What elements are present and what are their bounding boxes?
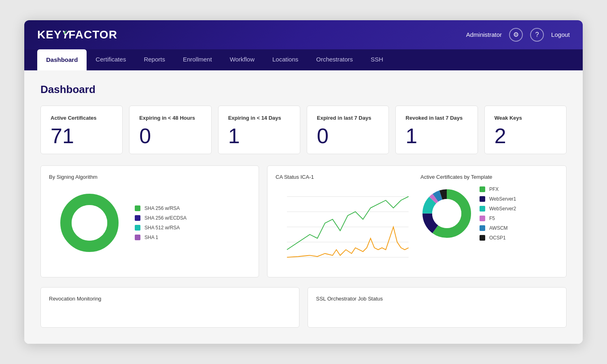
legend-dot-sha1 (135, 235, 140, 240)
top-bar: KEYY✓FACTOR Administrator ⚙ ? Logout (24, 20, 583, 49)
nav-item-ssh[interactable]: SSH (362, 49, 392, 70)
logo-text: KEYY✓FACTOR (37, 28, 117, 41)
ca-status-title: CA Status ICA-1 (276, 174, 412, 180)
stat-value-weakkeys: 2 (495, 125, 556, 146)
stat-value-expired7: 0 (317, 125, 379, 146)
stat-card-weakkeys: Weak Keys 2 (484, 106, 567, 154)
signing-algo-title: By Signing Algorithm (49, 174, 250, 180)
nav-item-reports[interactable]: Reports (135, 49, 174, 70)
stat-card-expiring48: Expiring in < 48 Hours 0 (129, 106, 211, 154)
right-chart-inner: CA Status ICA-1 (276, 174, 558, 269)
legend-label-sha512rsa: SHA 512 w/RSA (144, 225, 180, 231)
stat-label-weakkeys: Weak Keys (495, 115, 556, 122)
help-icon[interactable]: ? (530, 28, 544, 42)
logout-button[interactable]: Logout (551, 31, 570, 38)
donut-container: SHA 256 w/RSA SHA 256 w/ECDSA SHA 512 w/… (49, 186, 250, 259)
signing-algo-panel: By Signing Algorithm (40, 165, 259, 277)
stat-card-revoked7: Revoked in last 7 Days 1 (395, 106, 478, 154)
legend-label-f5: F5 (489, 216, 495, 221)
legend-sha512rsa: SHA 512 w/RSA (135, 225, 187, 231)
legend-webserver2: WebServer2 (480, 206, 516, 212)
legend-sha1: SHA 1 (135, 235, 187, 240)
top-bar-right: Administrator ⚙ ? Logout (466, 28, 570, 42)
nav-item-locations[interactable]: Locations (263, 49, 307, 70)
legend-dot-pfx (480, 186, 485, 192)
legend-label-webserver1: WebServer1 (489, 196, 516, 202)
main-content: Dashboard Active Certificates 71 Expirin… (24, 70, 583, 344)
stat-value-expiring48: 0 (139, 125, 201, 146)
nav-item-orchestrators[interactable]: Orchestrators (307, 49, 362, 70)
legend-dot-webserver1 (480, 196, 485, 202)
page-title: Dashboard (40, 83, 567, 96)
legend-f5: F5 (480, 216, 516, 221)
stat-label-active: Active Certificates (51, 115, 112, 122)
logo: KEYY✓FACTOR (37, 28, 117, 41)
stat-value-revoked7: 1 (405, 125, 467, 146)
legend-ocsp1: OCSP1 (480, 235, 516, 241)
legend-dot-awscm (480, 225, 485, 231)
legend-dot-ocsp1 (480, 235, 485, 241)
legend-webserver1: WebServer1 (480, 196, 516, 202)
stat-value-active: 71 (51, 125, 112, 146)
admin-label: Administrator (466, 31, 502, 38)
legend-label-sha256rsa: SHA 256 w/RSA (144, 205, 180, 211)
stat-label-expiring14: Expiring in < 14 Days (228, 115, 290, 122)
legend-label-sha256ecdsa: SHA 256 w/ECDSA (144, 215, 187, 221)
revocation-panel: Revocation Monitoring (40, 287, 299, 328)
legend-label-webserver2: WebServer2 (489, 206, 516, 212)
stat-cards-row: Active Certificates 71 Expiring in < 48 … (40, 106, 567, 154)
legend-label-pfx: PFX (489, 186, 499, 192)
legend-label-ocsp1: OCSP1 (489, 235, 506, 241)
settings-icon[interactable]: ⚙ (509, 28, 523, 42)
legend-sha256rsa: SHA 256 w/RSA (135, 205, 187, 211)
nav-item-certificates[interactable]: Certificates (87, 49, 135, 70)
stat-card-expired7: Expired in last 7 Days 0 (307, 106, 389, 154)
stat-label-revoked7: Revoked in last 7 Days (405, 115, 467, 122)
nav-item-workflow[interactable]: Workflow (221, 49, 263, 70)
template-section: Active Certificates by Template (420, 174, 558, 269)
svg-point-16 (432, 199, 461, 228)
stat-value-expiring14: 1 (228, 125, 290, 146)
legend-dot-sha256ecdsa (135, 215, 140, 221)
legend-sha256ecdsa: SHA 256 w/ECDSA (135, 215, 187, 221)
legend-dot-sha256rsa (135, 205, 140, 211)
chart-row: By Signing Algorithm (40, 165, 567, 277)
legend-dot-webserver2 (480, 206, 485, 212)
stat-label-expiring48: Expiring in < 48 Hours (139, 115, 201, 122)
bottom-row: Revocation Monitoring SSL Orchestrator J… (40, 287, 567, 328)
stat-card-active: Active Certificates 71 (40, 106, 123, 154)
right-chart-panel: CA Status ICA-1 (267, 165, 567, 277)
ca-status-section: CA Status ICA-1 (276, 174, 412, 269)
nav-item-enrollment[interactable]: Enrollment (174, 49, 221, 70)
legend-pfx: PFX (480, 186, 516, 192)
revocation-title: Revocation Monitoring (49, 296, 291, 302)
svg-point-4 (72, 205, 107, 241)
legend-awscm: AWSCM (480, 225, 516, 231)
template-title: Active Certificates by Template (420, 174, 558, 180)
legend-dot-sha512rsa (135, 225, 140, 231)
legend-label-sha1: SHA 1 (144, 235, 158, 240)
stat-card-expiring14: Expiring in < 14 Days 1 (218, 106, 300, 154)
template-legend: PFX WebServer1 WebServer2 (480, 186, 516, 241)
donut-legend: SHA 256 w/RSA SHA 256 w/ECDSA SHA 512 w/… (135, 205, 187, 240)
browser-frame: KEYY✓FACTOR Administrator ⚙ ? Logout Das… (24, 20, 583, 344)
donut-chart-svg (57, 190, 122, 255)
nav-item-dashboard[interactable]: Dashboard (37, 49, 87, 70)
template-donut-svg (420, 187, 473, 240)
legend-label-awscm: AWSCM (489, 225, 508, 231)
ca-chart-svg (276, 186, 412, 267)
ssl-orchestrator-panel: SSL Orchestrator Job Status (308, 287, 567, 328)
stat-label-expired7: Expired in last 7 Days (317, 115, 379, 122)
template-chart-container: PFX WebServer1 WebServer2 (420, 186, 558, 241)
legend-dot-f5 (480, 216, 485, 221)
ssl-orchestrator-title: SSL Orchestrator Job Status (316, 296, 558, 302)
nav-bar: Dashboard Certificates Reports Enrollmen… (24, 49, 583, 70)
